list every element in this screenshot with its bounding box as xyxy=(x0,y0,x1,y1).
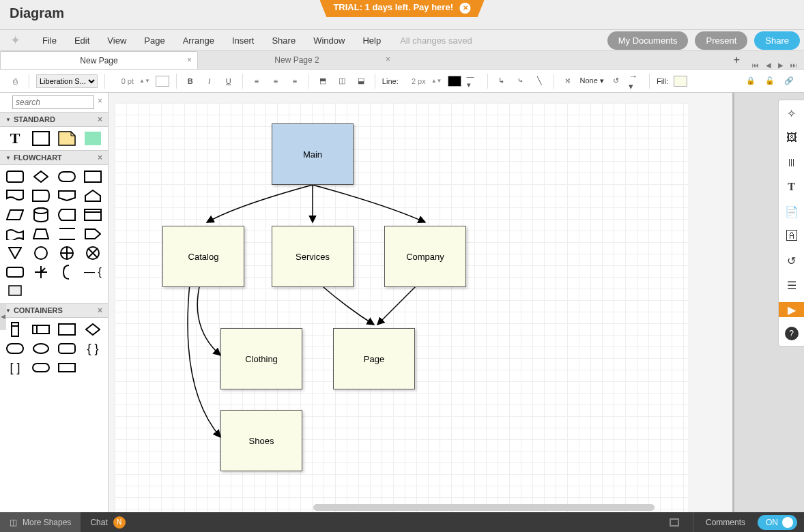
shape-icon[interactable] xyxy=(5,226,25,241)
clear-icon[interactable]: × xyxy=(98,96,102,106)
panel-flowchart[interactable]: ▼FLOWCHART× xyxy=(0,150,108,165)
shape-icon[interactable] xyxy=(57,207,76,222)
menu-share[interactable]: Share xyxy=(263,33,304,48)
shape-icon[interactable] xyxy=(57,246,76,261)
shape-icon[interactable] xyxy=(83,322,102,337)
connector-l-icon[interactable]: ↳ xyxy=(495,74,508,88)
first-icon[interactable]: ⏮ xyxy=(752,61,759,69)
arrow-style-select[interactable]: None ▾ xyxy=(580,76,604,85)
fill-shape-icon[interactable] xyxy=(83,131,102,146)
node-clothing[interactable]: Clothing xyxy=(220,328,302,389)
shape-icon[interactable] xyxy=(5,322,25,337)
next-icon[interactable]: ▶ xyxy=(778,61,784,69)
line-color-swatch[interactable] xyxy=(448,76,461,87)
more-shapes-button[interactable]: ◫ More Shapes xyxy=(0,512,81,532)
close-icon[interactable]: × xyxy=(187,55,192,65)
shape-icon[interactable] xyxy=(83,226,102,241)
align-center-icon[interactable]: ≡ xyxy=(269,74,283,88)
navigator-icon[interactable]: ✧ xyxy=(784,106,799,121)
shape-icon[interactable] xyxy=(57,322,76,337)
shape-icon[interactable] xyxy=(57,188,76,203)
trial-banner[interactable]: TRIAL: 1 days left. Pay here! ✕ xyxy=(319,0,484,17)
underline-button[interactable]: U xyxy=(222,74,235,88)
page-icon[interactable]: 📄 xyxy=(784,204,799,219)
shape-icon[interactable] xyxy=(31,246,51,261)
font-size-input[interactable] xyxy=(112,77,134,85)
close-icon[interactable]: × xyxy=(386,55,390,64)
route-icon[interactable]: ⤨ xyxy=(561,74,575,88)
image-icon[interactable]: 🖼 xyxy=(784,130,799,145)
panel-standard[interactable]: ▼STANDARD× xyxy=(0,112,108,127)
panel-containers[interactable]: ▼CONTAINERS× xyxy=(0,303,108,318)
align-left-icon[interactable]: ≡ xyxy=(250,74,263,88)
shape-icon[interactable] xyxy=(31,322,51,337)
menu-edit[interactable]: Edit xyxy=(66,33,98,48)
tab-new-page-2[interactable]: New Page 2 × xyxy=(198,51,396,69)
shape-icon[interactable] xyxy=(31,188,51,203)
shape-icon[interactable] xyxy=(57,265,76,280)
shape-icon[interactable] xyxy=(5,246,25,261)
shape-icon[interactable]: [ ] xyxy=(5,360,25,375)
arrow-right-icon[interactable]: → ▾ xyxy=(629,74,642,88)
valign-mid-icon[interactable]: ◫ xyxy=(335,74,349,88)
shape-icon[interactable] xyxy=(31,360,51,375)
close-icon[interactable]: × xyxy=(98,306,102,315)
valign-top-icon[interactable]: ⬒ xyxy=(316,74,330,88)
print-icon[interactable]: ⎙ xyxy=(8,74,22,88)
menu-help[interactable]: Help xyxy=(354,33,389,48)
add-tab-button[interactable]: + xyxy=(728,51,745,69)
shape-icon[interactable] xyxy=(5,188,25,203)
chat-button[interactable]: Chat N xyxy=(81,516,134,529)
presentation-icon[interactable]: ▶ xyxy=(779,302,805,317)
note-shape-icon[interactable] xyxy=(57,131,76,146)
line-style-select[interactable]: ― ▾ xyxy=(467,74,480,88)
node-services[interactable]: Services xyxy=(272,226,354,287)
shape-icon[interactable] xyxy=(83,246,102,261)
link-icon[interactable]: 🔗 xyxy=(782,74,796,88)
node-page[interactable]: Page xyxy=(333,328,415,389)
close-icon[interactable]: ✕ xyxy=(460,3,471,14)
collapse-sidebar-handle[interactable]: ◀ xyxy=(0,303,6,330)
shape-icon[interactable] xyxy=(31,226,51,241)
shape-icon[interactable] xyxy=(31,207,51,222)
dimensions-icon[interactable]: ⫼ xyxy=(784,155,799,170)
menu-window[interactable]: Window xyxy=(305,33,353,48)
line-width-input[interactable] xyxy=(404,77,426,85)
shape-icon[interactable] xyxy=(31,169,51,184)
shape-icon[interactable] xyxy=(5,341,25,356)
search-input[interactable] xyxy=(12,95,94,109)
shape-icon[interactable] xyxy=(5,284,25,299)
close-icon[interactable]: × xyxy=(98,115,102,124)
canvas-page[interactable]: Main Catalog Services Company Clothing P… xyxy=(115,103,688,512)
share-button[interactable]: Share xyxy=(754,31,800,50)
shape-icon[interactable]: { } xyxy=(83,341,102,356)
lock-icon[interactable]: 🔒 xyxy=(744,74,758,88)
italic-button[interactable]: I xyxy=(203,74,216,88)
menu-view[interactable]: View xyxy=(99,33,134,48)
comments-button[interactable]: Comments xyxy=(693,518,758,527)
prev-icon[interactable]: ◀ xyxy=(766,61,771,69)
last-icon[interactable]: ⏭ xyxy=(790,61,797,69)
layers-icon[interactable]: ☰ xyxy=(784,278,799,293)
reverse-icon[interactable]: ↺ xyxy=(609,74,623,88)
close-icon[interactable]: × xyxy=(98,153,102,162)
history-icon[interactable]: ↺ xyxy=(784,253,799,268)
shape-icon[interactable] xyxy=(57,226,76,241)
shape-icon[interactable] xyxy=(57,169,76,184)
shape-icon[interactable] xyxy=(83,207,102,222)
menu-arrange[interactable]: Arrange xyxy=(175,33,222,48)
style-icon[interactable]: 🄰 xyxy=(784,228,799,243)
connector-arc-icon[interactable]: ⤷ xyxy=(514,74,528,88)
connector-line-icon[interactable]: ╲ xyxy=(533,74,547,88)
text-icon[interactable]: T xyxy=(784,179,799,194)
font-select[interactable]: Liberation S... xyxy=(36,74,98,88)
shape-icon[interactable] xyxy=(57,341,76,356)
text-shape-icon[interactable]: T xyxy=(5,131,25,146)
menu-insert[interactable]: Insert xyxy=(224,33,263,48)
help-icon[interactable]: ? xyxy=(785,327,799,340)
fill-swatch[interactable] xyxy=(674,76,687,87)
shape-icon[interactable] xyxy=(5,207,25,222)
unlock-icon[interactable]: 🔓 xyxy=(763,74,777,88)
comments-toggle[interactable]: ON xyxy=(758,515,797,530)
horizontal-scrollbar[interactable] xyxy=(313,504,655,511)
